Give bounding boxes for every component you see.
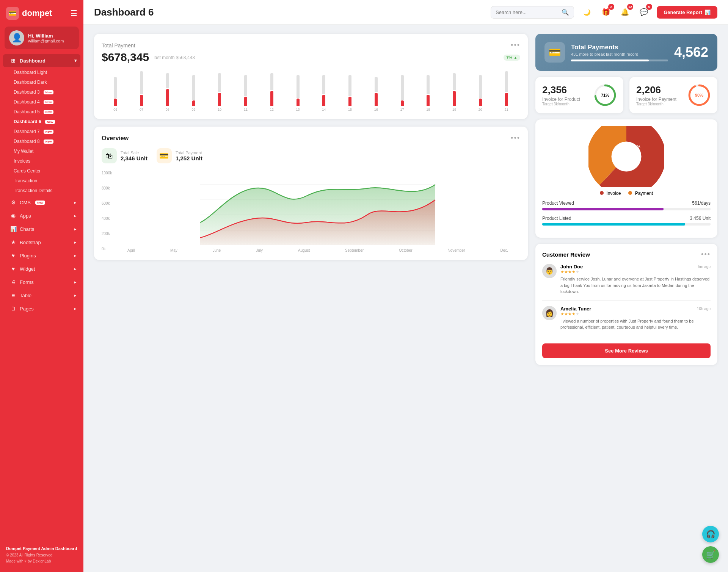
bar-bottom xyxy=(297,99,300,106)
bar-top xyxy=(140,71,143,94)
sidebar-item-forms[interactable]: 🖨 Forms xyxy=(3,276,80,288)
product-listed-header: Product Listed 3,456 Unit xyxy=(542,216,711,221)
stat-total-payment: 💳 Total Payment 1,252 Unit xyxy=(157,148,202,163)
bar-top xyxy=(270,73,273,90)
headset-icon: 🎧 xyxy=(706,530,715,539)
gift-badge: 2 xyxy=(608,4,614,10)
gift-btn[interactable]: 🎁 2 xyxy=(599,5,613,19)
review-menu[interactable]: ••• xyxy=(701,251,711,259)
dashboard-label: Dashboard xyxy=(20,58,46,64)
forms-icon: 🖨 xyxy=(10,279,17,285)
bar-top xyxy=(401,75,404,100)
reviewer-time-2: 10h ago xyxy=(697,307,711,311)
invoice-payment-number: 2,206 xyxy=(636,84,676,96)
bar-bottom xyxy=(427,95,430,106)
sidebar-item-bootstrap[interactable]: ★ Bootstrap xyxy=(3,236,80,249)
overview-menu[interactable]: ••• xyxy=(511,134,520,142)
sidebar-item-table[interactable]: ≡ Table xyxy=(3,289,80,302)
chat-icon: 💬 xyxy=(640,8,648,16)
moon-toggle[interactable]: 🌙 xyxy=(580,5,594,19)
bar-chart-labels: 06070809101112131415161718192021 xyxy=(102,108,520,111)
bar-x-label: 12 xyxy=(260,108,284,111)
invoice-legend-label: Invoice xyxy=(606,191,621,196)
sidebar-sub-dashboard-5[interactable]: Dashboard 5 New xyxy=(0,107,83,117)
invoice-payment-label: Invoice for Payment xyxy=(636,97,676,102)
bar-bottom xyxy=(244,97,247,106)
bar-group xyxy=(468,75,493,106)
trend-badge: 7% ▲ xyxy=(504,55,520,61)
sidebar-item-pages[interactable]: 🗋 Pages xyxy=(3,302,80,315)
bar-top xyxy=(427,75,430,94)
sidebar-sub-transaction[interactable]: Transaction xyxy=(0,176,83,186)
apps-icon: ◉ xyxy=(10,213,17,219)
sidebar-item-dashboard[interactable]: ⊞ Dashboard ▾ xyxy=(3,54,80,67)
cart-float-btn[interactable]: 🛒 xyxy=(702,546,719,563)
review-header: Customer Review ••• xyxy=(542,251,711,259)
forms-label: Forms xyxy=(20,279,34,285)
total-payment-stat-label: Total Payment xyxy=(176,150,202,155)
sidebar-sub-dashboard-7[interactable]: Dashboard 7 New xyxy=(0,127,83,136)
bar-bottom xyxy=(166,89,169,106)
sidebar-sub-dashboard-4[interactable]: Dashboard 4 New xyxy=(0,97,83,107)
sidebar-item-apps[interactable]: ◉ Apps xyxy=(3,209,80,222)
logo-text: dompet xyxy=(22,8,52,18)
search-input[interactable] xyxy=(496,9,559,15)
bar-group xyxy=(390,75,414,106)
badge-new: New xyxy=(44,110,53,114)
sidebar-sub-dashboard-6[interactable]: Dashboard 6 New xyxy=(0,117,83,127)
sidebar: 💳 dompet ☰ 👤 Hi, William william@gmail.c… xyxy=(0,0,83,572)
chart-y-labels: 1000k 800k 600k 400k 200k 0k xyxy=(102,169,112,252)
hamburger-icon[interactable]: ☰ xyxy=(71,9,77,18)
pie-chart-svg: 62% 38% xyxy=(588,126,664,187)
sidebar-item-charts[interactable]: 📊 Charts xyxy=(3,223,80,235)
generate-report-button[interactable]: Generate Report 📊 xyxy=(657,6,717,19)
pie-section: 62% 38% Invoice Payment xyxy=(535,119,717,238)
bell-icon: 🔔 xyxy=(621,8,629,16)
footer-brand: Dompet Payment Admin Dashboard xyxy=(6,545,77,552)
invoice-product-circle: 71% xyxy=(594,84,617,107)
moon-icon: 🌙 xyxy=(583,9,591,16)
bar-bottom xyxy=(218,93,221,106)
sidebar-sub-my-wallet[interactable]: My Wallet xyxy=(0,146,83,156)
bar-group xyxy=(442,73,467,106)
bar-top xyxy=(479,75,482,98)
product-bars: Product Viewed 561/days Product Listed 3… xyxy=(542,201,711,226)
sidebar-sub-invoices[interactable]: Invoices xyxy=(0,156,83,166)
bar-bottom xyxy=(192,100,195,106)
bar-top xyxy=(218,73,221,92)
bell-badge: 12 xyxy=(627,4,633,10)
charts-icon: 📊 xyxy=(10,226,17,232)
bar-group xyxy=(364,77,389,106)
sidebar-sub-dashboard-8[interactable]: Dashboard 8 New xyxy=(0,136,83,146)
chat-btn[interactable]: 💬 5 xyxy=(637,5,651,19)
sidebar-item-cms[interactable]: ⚙ CMS New xyxy=(3,196,80,209)
headset-float-btn[interactable]: 🎧 xyxy=(702,526,719,542)
search-box[interactable]: 🔍 xyxy=(491,6,574,19)
bar-x-label: 21 xyxy=(494,108,519,111)
invoice-legend-dot xyxy=(600,191,604,195)
bar-x-label: 16 xyxy=(364,108,389,111)
total-payment-menu[interactable]: ••• xyxy=(511,41,520,49)
see-more-reviews-button[interactable]: See More Reviews xyxy=(542,343,711,358)
sidebar-item-plugins[interactable]: ♥ Plugins xyxy=(3,249,80,262)
sidebar-sub-cards-center[interactable]: Cards Center xyxy=(0,166,83,176)
sidebar-user: 👤 Hi, William william@gmail.com xyxy=(5,27,79,49)
bar-top xyxy=(348,75,351,96)
sidebar-item-widget[interactable]: ♥ Widget xyxy=(3,262,80,275)
bar-x-label: 11 xyxy=(234,108,258,111)
sidebar-sub-dashboard-light[interactable]: Dashboard Light xyxy=(0,67,83,77)
bar-top xyxy=(505,71,508,92)
total-payment-label: Total Payment xyxy=(102,42,135,49)
bar-x-label: 20 xyxy=(468,108,493,111)
right-column: 💳 Total Payments 431 more to break last … xyxy=(535,34,717,563)
bell-btn[interactable]: 🔔 12 xyxy=(618,5,632,19)
last-month-text: last month $563,443 xyxy=(154,55,195,60)
sidebar-sub-dashboard-dark[interactable]: Dashboard Dark xyxy=(0,77,83,87)
sidebar-sub-dashboard-3[interactable]: Dashboard 3 New xyxy=(0,87,83,97)
bar-group xyxy=(338,75,362,106)
bar-x-label: 08 xyxy=(155,108,180,111)
total-payment-header: Total Payment ••• xyxy=(102,41,520,49)
search-icon: 🔍 xyxy=(562,9,569,16)
bar-bottom xyxy=(401,100,404,106)
sidebar-sub-transaction-details[interactable]: Transaction Details xyxy=(0,186,83,196)
